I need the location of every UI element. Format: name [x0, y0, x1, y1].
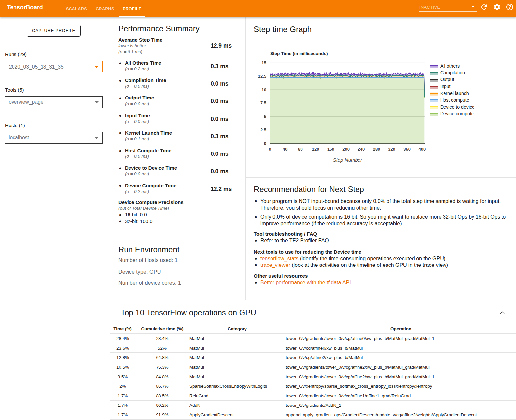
- svg-text:Step Time (in milliseconds): Step Time (in milliseconds): [270, 51, 328, 56]
- svg-text:Device compute: Device compute: [440, 111, 474, 116]
- svg-text:120: 120: [312, 147, 319, 152]
- svg-text:15: 15: [262, 60, 266, 65]
- svg-text:All others: All others: [440, 63, 460, 69]
- svg-text:5: 5: [264, 114, 266, 119]
- svg-text:80: 80: [298, 147, 302, 152]
- svg-text:Host compute: Host compute: [440, 98, 469, 103]
- svg-text:400: 400: [418, 147, 426, 152]
- svg-text:0: 0: [269, 147, 271, 152]
- svg-text:Step Number: Step Number: [333, 157, 362, 163]
- svg-text:160: 160: [327, 147, 334, 152]
- svg-text:Kernel launch: Kernel launch: [440, 91, 469, 96]
- svg-text:7.5: 7.5: [260, 100, 266, 105]
- svg-text:Compilation: Compilation: [440, 70, 465, 75]
- svg-text:320: 320: [388, 147, 395, 152]
- svg-text:200: 200: [342, 147, 350, 152]
- svg-text:0: 0: [264, 141, 266, 146]
- svg-text:40: 40: [283, 147, 287, 152]
- svg-text:Device to device: Device to device: [440, 104, 474, 110]
- svg-text:240: 240: [358, 147, 365, 152]
- svg-text:280: 280: [373, 147, 380, 152]
- svg-text:10: 10: [262, 87, 266, 92]
- svg-text:360: 360: [403, 147, 411, 152]
- svg-text:Input: Input: [440, 84, 451, 89]
- svg-text:2.5: 2.5: [260, 127, 266, 132]
- svg-text:Output: Output: [440, 77, 454, 82]
- svg-text:12.5: 12.5: [258, 74, 266, 79]
